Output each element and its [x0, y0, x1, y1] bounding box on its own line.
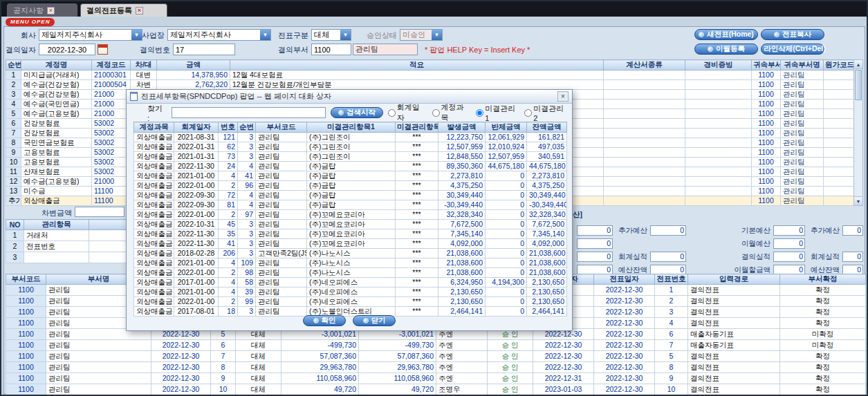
- table-row[interactable]: 외상매출금2018-02-282063고객만족2팀(JS(주)나노시스***21…: [134, 249, 567, 258]
- cell[interactable]: 국민연금보험료: [21, 138, 92, 148]
- table-row[interactable]: 1100관리팀2022-12-3010대체49,72049,720조명우승 인2…: [6, 384, 866, 395]
- cell[interactable]: (주)금탑: [307, 181, 396, 191]
- cell[interactable]: 2022-12-30: [594, 307, 655, 318]
- cell[interactable]: 관리팀: [781, 100, 824, 109]
- radio-icon[interactable]: [524, 109, 532, 117]
- cell[interactable]: 2022-12-30: [594, 351, 655, 362]
- cell[interactable]: 2022-12-30: [151, 351, 211, 362]
- cell[interactable]: 2017-01-00: [174, 278, 219, 287]
- cell[interactable]: (주)금탑: [307, 191, 396, 200]
- cell[interactable]: 2021-01-00: [174, 171, 219, 181]
- cell[interactable]: [824, 167, 854, 177]
- cell[interactable]: 관리팀: [256, 239, 307, 249]
- cell[interactable]: ***: [396, 268, 438, 278]
- cell[interactable]: 고용보험료: [21, 148, 92, 158]
- budget-field[interactable]: 0: [773, 238, 805, 249]
- cell[interactable]: 53002: [92, 119, 131, 129]
- cell[interactable]: 외상매출금: [134, 287, 174, 297]
- cell[interactable]: 11: [6, 167, 21, 177]
- radio-account-title[interactable]: 계정과목: [432, 102, 472, 123]
- cell[interactable]: 49,720: [281, 384, 359, 395]
- cell[interactable]: 1100: [6, 285, 46, 296]
- cell[interactable]: ***: [396, 181, 438, 191]
- resolution-dept-code-input[interactable]: [311, 44, 351, 55]
- cell[interactable]: 1100: [6, 340, 46, 351]
- cell[interactable]: 96: [238, 181, 256, 191]
- cell[interactable]: [824, 129, 854, 138]
- cell[interactable]: 3: [6, 252, 24, 263]
- cell[interactable]: [604, 119, 685, 129]
- cell[interactable]: 21,038,600: [527, 249, 567, 258]
- cell[interactable]: 7,345,140: [527, 229, 567, 239]
- tab-close-icon[interactable]: ×: [47, 7, 55, 15]
- cell[interactable]: 12,848,550: [438, 152, 486, 162]
- cell[interactable]: 결의전표: [688, 384, 780, 395]
- cell[interactable]: 확정: [780, 362, 866, 373]
- cell[interactable]: 12,223,750: [438, 133, 486, 142]
- tab-notice[interactable]: 공지사항 ×: [7, 3, 77, 17]
- cell[interactable]: 미지급금(거래처): [21, 70, 92, 80]
- cell[interactable]: [604, 158, 685, 167]
- budget-field[interactable]: 0: [577, 252, 613, 262]
- cell[interactable]: (주)나노시스: [307, 249, 396, 258]
- cell[interactable]: 1100: [752, 119, 781, 129]
- cell[interactable]: 주엔: [436, 373, 488, 384]
- cell[interactable]: 관리팀: [256, 220, 307, 229]
- cell[interactable]: 4: [655, 318, 688, 329]
- cell[interactable]: ***: [396, 239, 438, 249]
- cell[interactable]: 2022-09-30: [174, 200, 219, 210]
- cell[interactable]: 2022-12-30: [151, 362, 211, 373]
- table-row[interactable]: 외상매출금2017-01-00458관리팀(주)네오피에스***6,324,95…: [134, 278, 567, 287]
- cell[interactable]: 1: [655, 285, 688, 296]
- cell[interactable]: 1100: [6, 384, 46, 395]
- cell[interactable]: 53002: [92, 158, 131, 167]
- cell[interactable]: 관리팀: [256, 210, 307, 220]
- cell[interactable]: 외상매출금: [134, 229, 174, 239]
- cell[interactable]: [685, 129, 752, 138]
- cell[interactable]: 주엔: [436, 351, 488, 362]
- cell[interactable]: 32,328,340: [438, 210, 486, 220]
- table-row[interactable]: 외상매출금2022-01-31623관리팀(주)그린조이***12,507,95…: [134, 142, 567, 152]
- resolution-date-input[interactable]: [39, 44, 95, 55]
- radio-accounting-date[interactable]: 회계일자: [388, 102, 427, 123]
- cell[interactable]: [685, 80, 752, 90]
- close-icon[interactable]: ×: [557, 91, 569, 102]
- cell[interactable]: 4,092,000: [438, 239, 486, 249]
- cell[interactable]: 30,349,440: [438, 191, 486, 200]
- cell[interactable]: 6,324,950: [438, 278, 486, 287]
- cell[interactable]: 관리팀: [781, 70, 824, 80]
- debit-amount-input[interactable]: [75, 207, 124, 217]
- budget-field[interactable]: 0: [650, 225, 686, 236]
- cell[interactable]: 2018-02-28: [174, 249, 219, 258]
- cell[interactable]: 예수금(국민연금): [21, 100, 92, 109]
- cell[interactable]: 2: [219, 297, 238, 307]
- cell[interactable]: 승 인: [488, 340, 533, 351]
- cell[interactable]: 관리팀: [781, 148, 824, 158]
- cell[interactable]: 관리팀: [256, 258, 307, 268]
- table-row[interactable]: 외상매출금2021-01-004109관리팀(주)나노시스***21,038,6…: [134, 258, 567, 268]
- cell[interactable]: ***: [396, 249, 438, 258]
- cell[interactable]: 340,591: [527, 152, 567, 162]
- cell[interactable]: 2022-11-30: [174, 239, 219, 249]
- cell[interactable]: [604, 138, 685, 148]
- table-row[interactable]: 외상매출금2021-01-00439관리팀(주)네오피에스***2,130,65…: [134, 287, 567, 297]
- cell[interactable]: 44,675,180: [486, 162, 527, 171]
- cell[interactable]: 외상매출금: [134, 210, 174, 220]
- cell[interactable]: 53002: [92, 148, 131, 158]
- table-row[interactable]: 외상매출금2021-01-31733관리팀(주)그린조이***12,848,55…: [134, 152, 567, 162]
- cell[interactable]: 45: [219, 220, 238, 229]
- radio-open-mgmt2[interactable]: 미결관리2: [524, 104, 568, 122]
- search-start-button[interactable]: 검색시작: [331, 107, 383, 118]
- cell[interactable]: [604, 70, 685, 80]
- cell[interactable]: 110,058,960: [281, 373, 359, 384]
- cell[interactable]: 확정: [780, 285, 866, 296]
- cell[interactable]: 98: [238, 268, 256, 278]
- cell[interactable]: 7: [6, 129, 21, 138]
- cell[interactable]: 거래처: [24, 230, 89, 241]
- cell[interactable]: 0: [486, 171, 527, 181]
- cell[interactable]: 1100: [752, 148, 781, 158]
- cell[interactable]: 3: [238, 142, 256, 152]
- cell[interactable]: [824, 70, 854, 80]
- cell[interactable]: 8: [655, 362, 688, 373]
- cell[interactable]: 2,130,650: [527, 297, 567, 307]
